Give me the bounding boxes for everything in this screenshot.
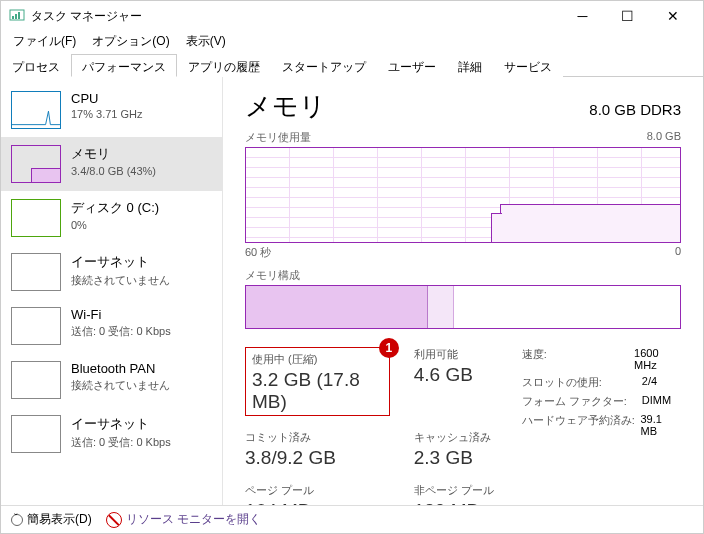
open-resource-monitor-link[interactable]: リソース モニターを開く (106, 511, 261, 528)
usage-graph-max: 8.0 GB (647, 130, 681, 145)
sidebar-item-title: イーサネット (71, 415, 171, 433)
mini-graph-icon (11, 307, 61, 345)
hw-reserved-value: 39.1 MB (640, 413, 681, 437)
slots-label: スロットの使用: (522, 375, 642, 390)
app-icon (9, 8, 25, 24)
minimize-button[interactable]: ─ (560, 1, 605, 31)
sidebar-item-net-4[interactable]: Wi-Fi送信: 0 受信: 0 Kbps (1, 299, 222, 353)
nonpaged-pool-stat: 非ページ プール 120 MB (414, 483, 494, 505)
collapse-icon (11, 514, 23, 526)
x-axis-left: 60 秒 (245, 245, 271, 260)
sidebar-item-title: Bluetooth PAN (71, 361, 170, 376)
close-button[interactable]: ✕ (650, 1, 695, 31)
menu-file[interactable]: ファイル(F) (5, 31, 84, 53)
menu-options[interactable]: オプション(O) (84, 31, 177, 53)
svg-rect-3 (18, 12, 20, 19)
page-title: メモリ (245, 89, 326, 124)
memory-usage-graph[interactable] (245, 147, 681, 243)
svg-rect-1 (12, 16, 14, 19)
sidebar-item-subtitle: 送信: 0 受信: 0 Kbps (71, 435, 171, 450)
speed-label: 速度: (522, 347, 634, 371)
maximize-button[interactable]: ☐ (605, 1, 650, 31)
sidebar-item-mem-1[interactable]: メモリ3.4/8.0 GB (43%) (1, 137, 222, 191)
svg-rect-2 (15, 14, 17, 19)
sidebar-item-title: ディスク 0 (C:) (71, 199, 159, 217)
sidebar-item-subtitle: 接続されていません (71, 378, 170, 393)
tab-4[interactable]: ユーザー (377, 54, 447, 77)
x-axis-right: 0 (675, 245, 681, 260)
tab-3[interactable]: スタートアップ (271, 54, 377, 77)
fewer-details-link[interactable]: 簡易表示(D) (11, 511, 92, 528)
mini-graph-icon (11, 91, 61, 129)
sidebar-item-cpu-0[interactable]: CPU17% 3.71 GHz (1, 83, 222, 137)
cached-stat: キャッシュ済み 2.3 GB (414, 430, 494, 469)
sidebar-item-title: イーサネット (71, 253, 170, 271)
sidebar-item-subtitle: 17% 3.71 GHz (71, 108, 143, 120)
tab-0[interactable]: プロセス (1, 54, 71, 77)
mini-graph-icon (11, 199, 61, 237)
sidebar-item-title: メモリ (71, 145, 156, 163)
in-use-stat: 1 使用中 (圧縮) 3.2 GB (17.8 MB) (245, 347, 390, 416)
menu-view[interactable]: 表示(V) (178, 31, 234, 53)
committed-stat: コミット済み 3.8/9.2 GB (245, 430, 390, 469)
memory-spec: 8.0 GB DDR3 (589, 101, 681, 118)
sidebar-item-disk-2[interactable]: ディスク 0 (C:)0% (1, 191, 222, 245)
sidebar-item-subtitle: 接続されていません (71, 273, 170, 288)
mini-graph-icon (11, 145, 61, 183)
window-title: タスク マネージャー (31, 8, 560, 25)
mini-graph-icon (11, 361, 61, 399)
mini-graph-icon (11, 253, 61, 291)
sidebar-item-subtitle: 0% (71, 219, 159, 231)
speed-value: 1600 MHz (634, 347, 681, 371)
tab-6[interactable]: サービス (493, 54, 563, 77)
memory-composition-graph[interactable] (245, 285, 681, 329)
available-stat: 利用可能 4.6 GB (414, 347, 494, 416)
tab-5[interactable]: 詳細 (447, 54, 493, 77)
annotation-badge: 1 (379, 338, 399, 358)
sidebar-item-subtitle: 3.4/8.0 GB (43%) (71, 165, 156, 177)
composition-label: メモリ構成 (245, 268, 300, 283)
hw-reserved-label: ハードウェア予約済み: (522, 413, 641, 437)
paged-pool-stat: ページ プール 164 MB (245, 483, 390, 505)
form-factor-label: フォーム ファクター: (522, 394, 642, 409)
slots-value: 2/4 (642, 375, 657, 390)
sidebar-item-net-3[interactable]: イーサネット接続されていません (1, 245, 222, 299)
resource-monitor-icon (106, 512, 122, 528)
tab-1[interactable]: パフォーマンス (71, 54, 177, 77)
sidebar-item-net-6[interactable]: イーサネット送信: 0 受信: 0 Kbps (1, 407, 222, 461)
sidebar-item-subtitle: 送信: 0 受信: 0 Kbps (71, 324, 171, 339)
sidebar-item-title: Wi-Fi (71, 307, 171, 322)
sidebar-item-net-5[interactable]: Bluetooth PAN接続されていません (1, 353, 222, 407)
form-factor-value: DIMM (642, 394, 671, 409)
usage-graph-label: メモリ使用量 (245, 130, 311, 145)
mini-graph-icon (11, 415, 61, 453)
sidebar-item-title: CPU (71, 91, 143, 106)
tab-2[interactable]: アプリの履歴 (177, 54, 271, 77)
